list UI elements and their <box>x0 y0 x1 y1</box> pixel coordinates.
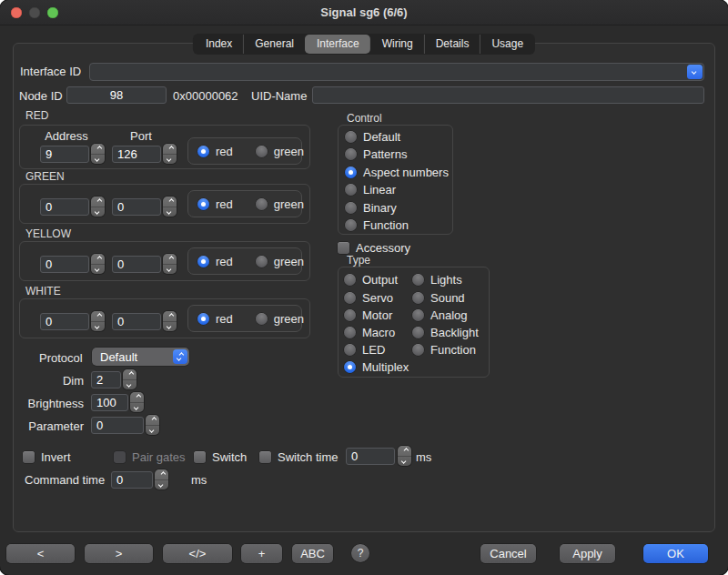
green-address-field[interactable]: 0 <box>40 198 89 216</box>
radio-icon[interactable] <box>345 148 357 160</box>
green-radio[interactable] <box>256 256 268 267</box>
yellow-address-stepper[interactable] <box>91 254 105 274</box>
red-address-stepper[interactable] <box>91 144 105 164</box>
red-radio[interactable] <box>197 198 209 210</box>
stepper-down-icon[interactable] <box>163 207 177 217</box>
chevron-up-down-icon[interactable] <box>173 349 187 364</box>
stepper-up-icon[interactable] <box>163 311 177 322</box>
type-option-backlight[interactable]: Backlight <box>412 324 479 341</box>
stepper-down-icon[interactable] <box>398 457 411 467</box>
switch-time-stepper[interactable] <box>398 446 411 466</box>
red-port-stepper[interactable] <box>163 144 177 164</box>
stepper-up-icon[interactable] <box>91 197 105 207</box>
stepper-down-icon[interactable] <box>91 207 105 217</box>
radio-icon[interactable] <box>344 327 356 338</box>
protocol-popup[interactable]: Default <box>92 348 189 366</box>
tab-index[interactable]: Index <box>194 35 243 54</box>
green-radio[interactable] <box>256 313 268 325</box>
chevron-down-icon[interactable] <box>687 65 703 79</box>
stepper-up-icon[interactable] <box>130 392 144 403</box>
stepper-up-icon[interactable] <box>398 446 411 457</box>
forward-button[interactable]: > <box>85 544 153 563</box>
yellow-port-stepper[interactable] <box>163 254 177 274</box>
white-port-stepper[interactable] <box>163 311 177 331</box>
stepper-up-icon[interactable] <box>163 144 177 155</box>
radio-icon[interactable] <box>344 344 356 356</box>
red-radio[interactable] <box>197 146 209 157</box>
stepper-down-icon[interactable] <box>146 426 159 436</box>
stepper-up-icon[interactable] <box>123 369 136 380</box>
switch-checkbox-row[interactable]: Switch <box>194 449 247 466</box>
parameter-field[interactable]: 0 <box>91 417 144 434</box>
dim-stepper[interactable] <box>123 369 136 389</box>
apply-button[interactable]: Apply <box>560 544 615 563</box>
stepper-up-icon[interactable] <box>163 197 177 207</box>
white-address-field[interactable]: 0 <box>40 313 89 330</box>
stepper-up-icon[interactable] <box>91 144 105 155</box>
switch-time-checkbox-row[interactable]: Switch time <box>259 449 338 466</box>
green-port-stepper[interactable] <box>163 197 177 217</box>
command-time-stepper[interactable] <box>155 469 168 489</box>
checkbox-icon[interactable] <box>338 242 349 254</box>
stepper-down-icon[interactable] <box>91 322 105 332</box>
type-option-macro[interactable]: Macro <box>344 324 395 341</box>
radio-icon[interactable] <box>412 292 424 304</box>
tab-usage[interactable]: Usage <box>480 35 534 54</box>
interface-id-combobox[interactable] <box>89 63 704 81</box>
help-button[interactable]: ? <box>351 544 369 562</box>
type-option-motor[interactable]: Motor <box>344 307 392 324</box>
yellow-port-field[interactable]: 0 <box>112 256 161 273</box>
ok-button[interactable]: OK <box>643 544 708 563</box>
radio-icon[interactable] <box>412 344 424 356</box>
green-radio[interactable] <box>256 198 268 210</box>
control-option-binary[interactable]: Binary <box>345 199 397 217</box>
checkbox-icon[interactable] <box>194 451 206 463</box>
control-option-default[interactable]: Default <box>345 128 400 146</box>
stepper-up-icon[interactable] <box>163 254 177 265</box>
invert-checkbox-row[interactable]: Invert <box>23 449 71 466</box>
yellow-address-field[interactable]: 0 <box>40 256 89 273</box>
type-option-analog[interactable]: Analog <box>412 307 467 324</box>
red-radio[interactable] <box>197 256 209 267</box>
radio-icon[interactable] <box>345 184 357 196</box>
stepper-down-icon[interactable] <box>163 155 177 165</box>
uid-name-field[interactable] <box>312 86 704 104</box>
stepper-down-icon[interactable] <box>130 403 144 413</box>
radio-icon[interactable] <box>412 274 424 286</box>
radio-icon[interactable] <box>345 202 357 214</box>
control-option-linear[interactable]: Linear <box>345 181 396 198</box>
red-address-field[interactable]: 9 <box>40 146 89 163</box>
stepper-down-icon[interactable] <box>91 155 105 165</box>
radio-icon[interactable] <box>412 327 424 338</box>
tab-details[interactable]: Details <box>424 35 480 54</box>
type-option-lights[interactable]: Lights <box>412 271 462 288</box>
checkbox-icon[interactable] <box>259 451 271 463</box>
tab-general[interactable]: General <box>243 35 305 54</box>
white-port-field[interactable]: 0 <box>112 313 161 330</box>
command-time-field[interactable]: 0 <box>111 471 153 489</box>
type-option-multiplex[interactable]: Multiplex <box>344 358 409 376</box>
radio-icon[interactable] <box>345 219 357 231</box>
stepper-down-icon[interactable] <box>123 380 136 390</box>
brightness-field[interactable]: 100 <box>91 394 128 411</box>
stepper-up-icon[interactable] <box>155 469 168 480</box>
radio-icon[interactable] <box>344 361 356 373</box>
type-option-output[interactable]: Output <box>344 271 398 288</box>
radio-icon[interactable] <box>345 166 357 178</box>
red-port-field[interactable]: 126 <box>112 146 161 163</box>
radio-icon[interactable] <box>412 309 424 321</box>
stepper-down-icon[interactable] <box>155 480 168 490</box>
cancel-button[interactable]: Cancel <box>480 544 536 563</box>
stepper-up-icon[interactable] <box>91 311 105 322</box>
type-option-sound[interactable]: Sound <box>412 289 465 307</box>
radio-icon[interactable] <box>344 309 356 321</box>
brightness-stepper[interactable] <box>130 392 144 412</box>
white-address-stepper[interactable] <box>91 311 105 331</box>
node-id-field[interactable]: 98 <box>66 86 167 104</box>
green-radio[interactable] <box>256 146 268 157</box>
type-option-led[interactable]: LED <box>344 341 385 358</box>
stepper-down-icon[interactable] <box>163 322 177 332</box>
switch-time-field[interactable]: 0 <box>346 448 395 465</box>
add-button[interactable]: + <box>241 544 282 563</box>
checkbox-icon[interactable] <box>23 451 35 463</box>
